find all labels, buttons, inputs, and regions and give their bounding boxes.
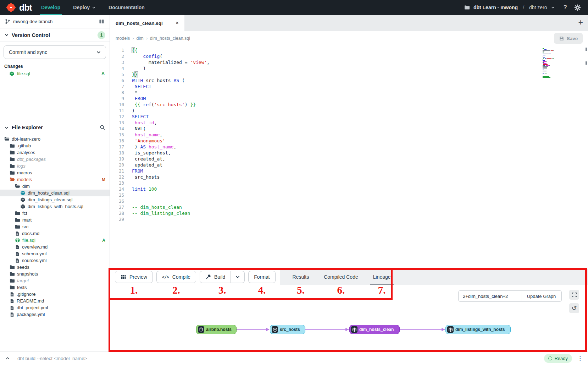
tree-item-logs[interactable]: logs bbox=[0, 163, 110, 169]
tree-item-docs-md[interactable]: docs.md bbox=[0, 230, 110, 237]
tree-item-macros[interactable]: macros bbox=[0, 169, 110, 176]
tree-item-overview-md[interactable]: overview.md bbox=[0, 244, 110, 250]
new-tab-icon[interactable]: + bbox=[578, 18, 583, 27]
nav-deploy[interactable]: Deploy bbox=[73, 0, 96, 15]
lineage-node-dim-hosts-clean[interactable]: dim_hosts_clean bbox=[349, 325, 400, 334]
tree-item-schema-yml[interactable]: schema.yml bbox=[0, 250, 110, 257]
tree-item-dbt-project-yml[interactable]: dbt_project.yml bbox=[0, 304, 110, 311]
format-button[interactable]: Format bbox=[248, 271, 275, 283]
version-control-header[interactable]: Version Control 1 bbox=[0, 28, 110, 42]
reset-view-button[interactable]: ↺ bbox=[569, 303, 579, 313]
editor-minimap[interactable] bbox=[543, 48, 554, 79]
panel-tab-lineage[interactable]: Lineage bbox=[369, 269, 395, 285]
dbt-logo[interactable]: dbt bbox=[0, 2, 41, 13]
code-text: config( bbox=[132, 53, 162, 59]
commit-and-sync-button[interactable]: Commit and sync bbox=[4, 45, 106, 59]
tree-item-dbt-packages[interactable]: dbt_packages bbox=[0, 156, 110, 163]
search-icon[interactable] bbox=[100, 125, 105, 130]
tree-item-dim-listings-clean-sql[interactable]: dim_listings_clean.sql bbox=[0, 196, 110, 203]
line-number: 26 bbox=[110, 198, 124, 204]
tree-item-target[interactable]: target bbox=[0, 277, 110, 284]
commit-options-chevron[interactable] bbox=[91, 46, 106, 59]
minimap-line bbox=[543, 64, 554, 65]
fullscreen-button[interactable] bbox=[569, 290, 579, 300]
code-text: FROM bbox=[132, 168, 143, 174]
kebab-menu-icon[interactable]: ⋮ bbox=[577, 355, 583, 362]
breadcrumb-item[interactable]: dim bbox=[136, 36, 143, 41]
help-icon[interactable]: ? bbox=[564, 4, 567, 11]
breadcrumb-item[interactable]: dim_hosts_clean.sql bbox=[150, 36, 190, 41]
code-editor[interactable]: 1{{2 config(3 materialized = 'view',4 )5… bbox=[110, 45, 588, 269]
file-explorer-header[interactable]: File Explorer bbox=[0, 121, 110, 134]
status-bar: dbt build --select <model_name> Ready ⋮ bbox=[0, 352, 588, 365]
lineage-node-label: src_hosts bbox=[280, 327, 300, 332]
nav-documentation-label: Documentation bbox=[109, 5, 145, 10]
code-line: 24limit 100 bbox=[110, 186, 588, 192]
line-number: 3 bbox=[110, 59, 124, 65]
line-number: 5 bbox=[110, 71, 124, 77]
compile-button[interactable]: </>Compile bbox=[156, 271, 196, 283]
tree-item-seeds[interactable]: seeds bbox=[0, 264, 110, 271]
lineage-node-src-hosts[interactable]: src_hosts bbox=[270, 325, 305, 334]
code-line: 10 {{ ref('src_hosts') }} bbox=[110, 102, 588, 108]
status-badge[interactable]: Ready bbox=[544, 354, 572, 363]
tree-item-label: analyses bbox=[17, 150, 35, 155]
tree-item-dim-listings-with-hosts-sql[interactable]: dim_listings_with_hosts.sql bbox=[0, 203, 110, 210]
tree-item-models[interactable]: modelsM bbox=[0, 176, 110, 183]
tab-dim-hosts-clean[interactable]: dim_hosts_clean.sql × bbox=[110, 15, 184, 31]
tree-item-dim-hosts-clean-sql[interactable]: dim_hosts_clean.sql bbox=[0, 190, 110, 196]
tree-item-fct[interactable]: fct bbox=[0, 210, 110, 217]
minimap-line bbox=[543, 53, 554, 53]
branch-row[interactable]: mwong-dev-branch bbox=[0, 15, 110, 28]
breadcrumb-item[interactable]: models bbox=[116, 36, 130, 41]
nav-documentation[interactable]: Documentation bbox=[109, 0, 145, 15]
project-name[interactable]: dbt Learn - mwong bbox=[473, 5, 518, 10]
tree-item-snapshots[interactable]: snapshots bbox=[0, 271, 110, 277]
panel-tab-results[interactable]: Results bbox=[288, 269, 314, 285]
build-button[interactable]: Build bbox=[200, 271, 231, 283]
lineage-node-dim-listings-with-hosts[interactable]: dim_listings_with_hosts bbox=[445, 325, 511, 334]
environment-selector[interactable]: dbt zero bbox=[529, 5, 547, 10]
tree-item--gitignore[interactable]: .gitignore bbox=[0, 291, 110, 298]
tree-item-analyses[interactable]: analyses bbox=[0, 149, 110, 156]
tree-item-packages-yml[interactable]: packages.yml bbox=[0, 311, 110, 318]
editor-pane: dim_hosts_clean.sql × + models›dim›dim_h… bbox=[110, 15, 588, 352]
changed-file-row[interactable]: file.sql A bbox=[0, 70, 110, 77]
chevron-down-icon[interactable] bbox=[551, 5, 555, 10]
tree-item-label: dim_hosts_clean.sql bbox=[28, 190, 70, 196]
commit-and-sync-label[interactable]: Commit and sync bbox=[4, 46, 91, 59]
project-folder-icon bbox=[464, 5, 470, 10]
line-number: 11 bbox=[110, 108, 124, 114]
lineage-node-airbnb-hosts[interactable]: airbnb.hosts bbox=[196, 325, 237, 334]
split-view-icon[interactable] bbox=[99, 19, 105, 24]
tree-item-file-sql[interactable]: file.sqlA bbox=[0, 237, 110, 244]
minimap-line bbox=[543, 70, 554, 70]
line-number: 12 bbox=[110, 114, 124, 120]
update-graph-button[interactable]: Update Graph bbox=[521, 291, 561, 301]
chevron-up-icon[interactable] bbox=[5, 356, 10, 361]
close-icon[interactable]: × bbox=[176, 20, 179, 26]
code-line: 6WITH src_hosts AS ( bbox=[110, 77, 588, 83]
tree-item--github[interactable]: .github bbox=[0, 142, 110, 149]
tree-item-src[interactable]: src bbox=[0, 223, 110, 230]
folder-icon bbox=[10, 170, 15, 175]
save-button[interactable]: Save bbox=[554, 33, 583, 44]
preview-button[interactable]: Preview bbox=[115, 271, 153, 283]
code-text: created_at, bbox=[132, 156, 165, 162]
nav-develop[interactable]: Develop bbox=[41, 0, 60, 15]
panel-tab-compiled-code[interactable]: Compiled Code bbox=[320, 269, 362, 285]
build-options-chevron[interactable] bbox=[231, 271, 245, 283]
gear-icon[interactable] bbox=[574, 4, 581, 11]
code-line: 11) bbox=[110, 108, 588, 114]
file-icon bbox=[10, 312, 15, 317]
tree-item-dim[interactable]: dim bbox=[0, 183, 110, 190]
tree-item-mart[interactable]: mart bbox=[0, 217, 110, 223]
line-number: 4 bbox=[110, 65, 124, 71]
tree-item-readme-md[interactable]: README.md bbox=[0, 298, 110, 304]
lineage-selector-input[interactable] bbox=[459, 291, 521, 301]
save-label: Save bbox=[567, 36, 578, 41]
tree-item-dbt-learn-zero[interactable]: dbt-learn-zero bbox=[0, 136, 110, 142]
tree-item-sources-yml[interactable]: sources.yml bbox=[0, 257, 110, 264]
file-explorer-title: File Explorer bbox=[12, 125, 43, 130]
tree-item-tests[interactable]: tests bbox=[0, 284, 110, 291]
